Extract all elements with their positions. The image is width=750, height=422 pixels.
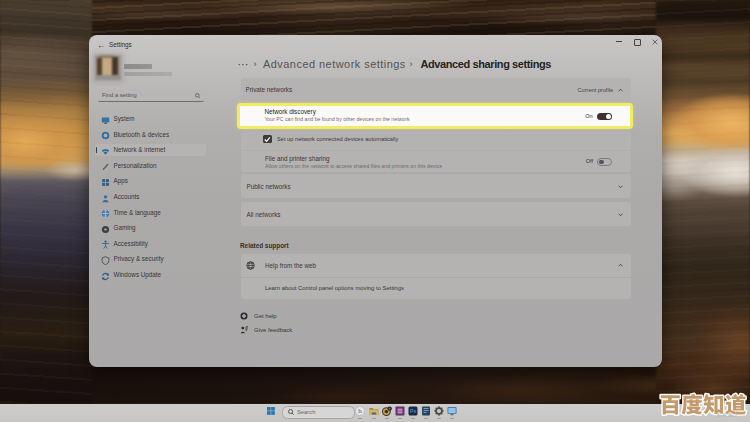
svg-text:Ps: Ps [409, 408, 415, 414]
svg-text:b: b [358, 407, 362, 414]
